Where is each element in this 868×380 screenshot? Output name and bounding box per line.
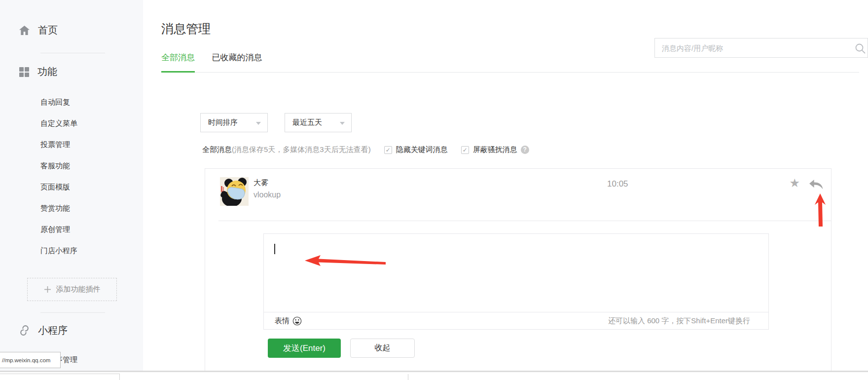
features-grid-icon <box>19 67 30 77</box>
chevron-down-icon <box>256 122 261 125</box>
sidebar-item-custom-menu[interactable]: 自定义菜单 <box>40 113 77 134</box>
sidebar-feature-list: 自动回复 自定义菜单 投票管理 客服功能 页面模版 赞赏功能 原创管理 门店小程… <box>40 91 77 261</box>
tab-all-messages[interactable]: 全部消息 <box>161 52 195 73</box>
sidebar-divider <box>40 53 105 53</box>
message-time: 10:05 <box>607 179 628 189</box>
text-cursor <box>274 244 275 254</box>
check-icon: ✓ <box>463 147 468 153</box>
smiley-icon <box>292 316 302 326</box>
sidebar-item-store-miniprogram[interactable]: 门店小程序 <box>40 240 77 261</box>
sidebar-section-features[interactable]: 功能 <box>19 65 57 78</box>
tab-starred-messages[interactable]: 已收藏的消息 <box>212 52 262 71</box>
sender-name: 大雾 <box>253 178 268 188</box>
hide-keywords-checkbox-group[interactable]: ✓ 隐藏关键词消息 <box>384 145 448 154</box>
sort-dropdown[interactable]: 时间排序 <box>200 113 268 132</box>
filter-row: 全部消息(消息保存5天，多媒体消息3天后无法查看) ✓ 隐藏关键词消息 ✓ 屏蔽… <box>202 145 529 154</box>
block-spam-checkbox-group[interactable]: ✓ 屏蔽骚扰消息 <box>461 145 517 154</box>
send-button[interactable]: 发送(Enter) <box>268 339 341 358</box>
sidebar-item-original-management[interactable]: 原创管理 <box>40 219 77 240</box>
bottom-edge-divider <box>408 374 408 380</box>
reply-arrow-icon <box>808 179 824 190</box>
bottom-edge-box <box>0 374 120 380</box>
filter-note: (消息保存5天，多媒体消息3天后无法查看) <box>232 145 371 154</box>
sidebar-section-miniprogram[interactable]: 小程序 <box>19 324 68 337</box>
collapse-button[interactable]: 收起 <box>350 339 415 358</box>
sidebar-home-label: 首页 <box>38 24 58 37</box>
sidebar-item-customer-service[interactable]: 客服功能 <box>40 155 77 176</box>
sidebar: 首页 功能 自动回复 自定义菜单 投票管理 客服功能 页面模版 赞赏功能 原创管… <box>0 0 143 371</box>
emoji-label: 表情 <box>275 316 289 326</box>
message-text: vlookup <box>253 190 281 199</box>
add-plugin-label: 添加功能插件 <box>56 285 101 294</box>
reply-compose-box: 表情 还可以输入 600 字，按下Shift+Enter键换行 <box>263 233 769 330</box>
compose-footer: 表情 还可以输入 600 字，按下Shift+Enter键换行 <box>264 312 768 329</box>
message-card: 大雾 vlookup 10:05 ★ 表情 <box>205 168 832 371</box>
plus-icon <box>44 286 51 293</box>
emoji-button[interactable]: 表情 <box>275 316 302 326</box>
chevron-down-icon <box>340 122 345 125</box>
miniprogram-icon <box>19 325 30 336</box>
add-plugin-button[interactable]: 添加功能插件 <box>27 278 117 301</box>
avatar <box>220 177 249 206</box>
check-icon: ✓ <box>386 147 391 153</box>
sidebar-item-home[interactable]: 首页 <box>19 24 58 37</box>
block-spam-label: 屏蔽骚扰消息 <box>473 145 517 154</box>
sidebar-divider <box>40 312 105 313</box>
char-limit-hint: 还可以输入 600 字，按下Shift+Enter键换行 <box>608 316 750 326</box>
reply-button[interactable] <box>808 179 824 192</box>
link-preview-tooltip: //mp.weixin.qq.com <box>0 352 61 368</box>
reply-textarea[interactable] <box>264 234 768 313</box>
sidebar-features-label: 功能 <box>37 65 57 78</box>
sidebar-miniprogram-label: 小程序 <box>38 324 68 337</box>
tab-bar: 全部消息 已收藏的消息 <box>161 52 859 73</box>
hide-keywords-label: 隐藏关键词消息 <box>396 145 448 154</box>
page-title: 消息管理 <box>161 21 211 37</box>
filter-prefix: 全部消息 <box>202 145 232 154</box>
filter-toolbar: 时间排序 最近五天 <box>200 113 352 132</box>
sidebar-item-page-template[interactable]: 页面模版 <box>40 176 77 197</box>
message-header: 大雾 vlookup 10:05 ★ <box>205 169 831 221</box>
home-icon <box>19 25 30 36</box>
window-bottom-strip <box>0 371 868 380</box>
main-content: 消息管理 全部消息 已收藏的消息 时间排序 最近五天 全部消息(消息保存5天，多… <box>143 0 868 371</box>
hide-keywords-checkbox[interactable]: ✓ <box>384 146 392 154</box>
date-range-dropdown[interactable]: 最近五天 <box>285 113 352 132</box>
sidebar-item-vote-management[interactable]: 投票管理 <box>40 134 77 155</box>
sidebar-item-reward[interactable]: 赞赏功能 <box>40 197 77 219</box>
sidebar-item-auto-reply[interactable]: 自动回复 <box>40 91 77 113</box>
help-icon[interactable]: ? <box>521 146 529 154</box>
star-button[interactable]: ★ <box>789 177 800 189</box>
sort-dropdown-value: 时间排序 <box>208 118 238 127</box>
link-preview-url: //mp.weixin.qq.com <box>2 357 50 363</box>
block-spam-checkbox[interactable]: ✓ <box>461 146 469 154</box>
date-range-value: 最近五天 <box>292 118 322 127</box>
